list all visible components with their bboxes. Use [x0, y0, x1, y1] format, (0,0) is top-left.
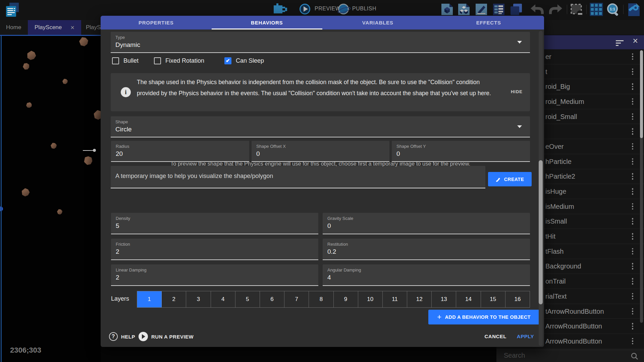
- layer-button-4[interactable]: 4: [211, 291, 235, 307]
- row-menu-icon[interactable]: [632, 337, 634, 346]
- layer-button-16[interactable]: 16: [505, 291, 530, 307]
- layer-button-1[interactable]: 1: [137, 291, 162, 307]
- row-menu-icon[interactable]: [632, 202, 634, 211]
- row-menu-icon[interactable]: [632, 142, 634, 151]
- type-select[interactable]: Type Dynamic: [111, 32, 530, 53]
- plug-icon[interactable]: [274, 3, 287, 15]
- debugger-wrench-icon[interactable]: [627, 2, 641, 18]
- row-menu-icon[interactable]: [632, 97, 634, 106]
- row-menu-icon[interactable]: [632, 127, 634, 136]
- shape-select[interactable]: Shape Circle: [111, 116, 530, 137]
- publish-globe-icon[interactable]: [338, 4, 349, 14]
- tab-properties[interactable]: PROPERTIES: [101, 16, 212, 29]
- apply-button[interactable]: APPLY: [517, 334, 534, 339]
- layer-button-5[interactable]: 5: [235, 291, 260, 307]
- hide-button[interactable]: HIDE: [511, 89, 523, 94]
- zoom-1to1-icon[interactable]: 1:1: [606, 2, 621, 18]
- run-preview-button[interactable]: RUN A PREVIEW: [139, 332, 194, 341]
- layer-button-14[interactable]: 14: [456, 291, 481, 307]
- asteroid-sprite[interactable]: [83, 155, 94, 167]
- row-menu-icon[interactable]: [632, 322, 634, 330]
- layer-button-12[interactable]: 12: [407, 291, 432, 307]
- layer-button-13[interactable]: 13: [432, 291, 456, 307]
- publish-button[interactable]: PUBLISH: [352, 6, 376, 12]
- asteroid-sprite[interactable]: [20, 187, 30, 197]
- fixed-rotation-checkbox[interactable]: [154, 57, 161, 64]
- row-menu-icon[interactable]: [632, 232, 634, 241]
- grid-icon[interactable]: [590, 3, 603, 17]
- layer-button-2[interactable]: 2: [162, 291, 186, 307]
- row-menu-icon[interactable]: [632, 292, 634, 301]
- density-field[interactable]: Density 5: [111, 213, 318, 234]
- asteroid-sprite[interactable]: [22, 62, 30, 70]
- close-tab-icon[interactable]: ×: [70, 24, 74, 32]
- layers-label: Layers: [111, 295, 129, 302]
- shape-offset-y-field[interactable]: Shape Offset Y 0: [392, 141, 530, 162]
- clear-selection-icon[interactable]: [570, 3, 584, 19]
- tab-playscene[interactable]: PlayScene ×: [28, 20, 81, 35]
- asteroid-sprite[interactable]: [57, 209, 62, 215]
- layer-button-11[interactable]: 11: [383, 291, 407, 307]
- layer-button-8[interactable]: 8: [309, 291, 333, 307]
- row-menu-icon[interactable]: [632, 172, 634, 181]
- layer-button-7[interactable]: 7: [284, 291, 309, 307]
- linear-damping-field[interactable]: Linear Damping 2: [111, 264, 318, 286]
- tab-home[interactable]: Home: [0, 20, 27, 35]
- shape-value: Circle: [111, 124, 530, 133]
- asteroid-sprite[interactable]: [25, 50, 37, 61]
- row-menu-icon[interactable]: [632, 67, 634, 76]
- row-menu-icon[interactable]: [632, 247, 634, 256]
- restitution-field[interactable]: Restitution 0.2: [323, 239, 530, 260]
- cancel-button[interactable]: CANCEL: [485, 334, 507, 339]
- dialog-scrollbar-thumb[interactable]: [539, 160, 543, 304]
- tab-variables[interactable]: VARIABLES: [322, 16, 433, 29]
- objects-search-input[interactable]: [503, 351, 615, 360]
- panel-scrollbar-thumb[interactable]: [640, 50, 643, 138]
- layer-button-6[interactable]: 6: [260, 291, 284, 307]
- layer-button-3[interactable]: 3: [186, 291, 211, 307]
- chevron-down-icon: [517, 41, 522, 44]
- row-menu-icon[interactable]: [632, 52, 634, 61]
- create-button[interactable]: CREATE: [488, 172, 532, 186]
- tab-playscene2[interactable]: PlayS: [84, 20, 103, 35]
- angular-damping-field[interactable]: Angular Damping 4: [323, 264, 530, 286]
- shape-offset-x-field[interactable]: Shape Offset X 0: [252, 141, 389, 162]
- row-menu-icon[interactable]: [632, 157, 634, 166]
- row-menu-icon[interactable]: [632, 217, 634, 226]
- asteroid-sprite[interactable]: [51, 143, 57, 149]
- layer-button-10[interactable]: 10: [358, 291, 383, 307]
- temp-image-field[interactable]: A temporary image to help you visualize …: [111, 166, 485, 188]
- selection-handle-dot[interactable]: [93, 149, 96, 152]
- can-sleep-checkbox[interactable]: ✔: [224, 57, 231, 64]
- filter-icon[interactable]: [616, 40, 624, 47]
- info-text: The shape used in the Physics behavior i…: [137, 77, 502, 99]
- play-circle-icon: [139, 332, 148, 341]
- close-panel-icon[interactable]: ×: [633, 36, 638, 46]
- preview-button[interactable]: PREVIEW: [315, 6, 340, 12]
- objects-search-bar: [496, 350, 644, 362]
- row-menu-icon[interactable]: [632, 277, 634, 286]
- help-button[interactable]: ? HELP: [109, 332, 135, 341]
- layer-button-9[interactable]: 9: [334, 291, 358, 307]
- row-menu-icon[interactable]: [632, 307, 634, 316]
- gravity-scale-field[interactable]: Gravity Scale 0: [323, 213, 530, 234]
- row-menu-icon[interactable]: [632, 187, 634, 196]
- radius-field[interactable]: Radius 20: [111, 141, 249, 162]
- tab-effects[interactable]: EFFECTS: [433, 16, 544, 29]
- row-menu-icon[interactable]: [632, 262, 634, 271]
- friction-field[interactable]: Friction 2: [111, 239, 318, 260]
- row-menu-icon[interactable]: [632, 112, 634, 121]
- bullet-checkbox[interactable]: [112, 57, 119, 64]
- asteroid-sprite[interactable]: [79, 37, 88, 46]
- redo-icon[interactable]: [548, 3, 564, 18]
- scene-canvas[interactable]: 2306;303: [0, 35, 101, 362]
- layer-button-15[interactable]: 15: [481, 291, 505, 307]
- tab-behaviors[interactable]: BEHAVIORS: [212, 16, 323, 29]
- row-menu-icon[interactable]: [632, 82, 634, 91]
- project-manager-icon[interactable]: [4, 2, 21, 19]
- preview-play-icon[interactable]: [300, 4, 310, 14]
- add-behavior-button[interactable]: + ADD A BEHAVIOR TO THE OBJECT: [428, 310, 539, 324]
- asteroid-sprite[interactable]: [25, 101, 33, 109]
- scene-border-left: [1, 36, 2, 362]
- asteroid-sprite[interactable]: [62, 79, 68, 84]
